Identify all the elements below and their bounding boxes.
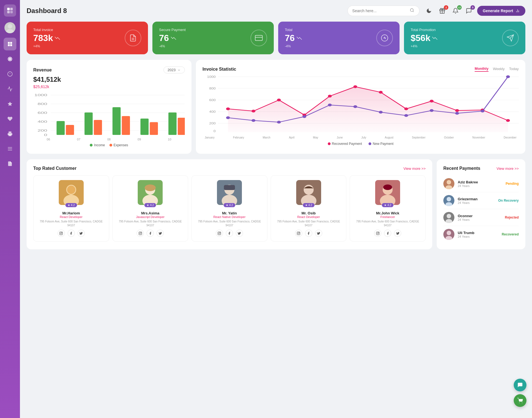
facebook-icon-4[interactable] [384, 230, 391, 237]
payment-name-3: Uli Trumb [458, 231, 498, 235]
legend-expenses: Expenses [109, 143, 128, 147]
svg-point-111 [304, 185, 314, 195]
theme-toggle[interactable] [424, 6, 434, 16]
revenue-secondary: $25,612k [33, 84, 185, 89]
chat-icon-btn[interactable]: 5 [464, 6, 474, 16]
svg-point-99 [145, 184, 156, 191]
customer-address-2: 795 Folsom Ave, Suite 600 San Francisco,… [195, 220, 264, 227]
svg-text:600: 600 [37, 111, 47, 114]
stat-card-payment[interactable]: Secure Payment 76 -4% [152, 22, 274, 54]
svg-rect-50 [150, 122, 158, 135]
svg-point-82 [353, 105, 357, 108]
sidebar-item-documents[interactable] [4, 157, 16, 170]
bell-icon-btn[interactable]: 12 [451, 6, 461, 16]
instagram-icon-1[interactable] [137, 230, 144, 237]
svg-text:400: 400 [209, 110, 216, 114]
stat-change-promotion: +4% [411, 44, 438, 48]
svg-rect-7 [10, 42, 12, 44]
tab-monthly[interactable]: Monthly [475, 66, 488, 72]
stat-card-total[interactable]: Total 76 -4% [278, 22, 400, 54]
svg-text:600: 600 [209, 99, 216, 102]
stat-card-promotion[interactable]: Total Promotion $56k +4% [404, 22, 525, 54]
sidebar-item-analytics[interactable] [4, 83, 16, 95]
stat-card-invoice[interactable]: Total invoice 783k +4% [27, 22, 148, 54]
payment-info-2: Oconner 24 Years [458, 214, 502, 221]
instagram-icon-0[interactable] [58, 230, 65, 237]
facebook-icon-2[interactable] [226, 230, 233, 237]
gift-icon-btn[interactable]: 2 [437, 6, 447, 16]
sidebar-item-print[interactable] [4, 127, 16, 140]
svg-text:0: 0 [213, 130, 216, 133]
svg-rect-106 [224, 185, 235, 190]
generate-report-button[interactable]: Generate Report [477, 6, 525, 16]
instagram-icon-3[interactable] [295, 230, 302, 237]
tab-weekly[interactable]: Weekly [493, 67, 505, 71]
customer-photo-2: ★ 4.2 [217, 180, 242, 205]
invoice-x-labels: JanuaryFebruaryMarchApril MayJuneJulyAug… [203, 136, 519, 139]
svg-text:1000: 1000 [207, 75, 216, 79]
search-input[interactable] [352, 9, 408, 13]
customers-title: Top Rated Customer [33, 166, 76, 171]
sidebar [0, 0, 20, 418]
revenue-amount: $41,512k [33, 76, 185, 83]
rating-badge-2: ★ 4.2 [224, 203, 235, 207]
bell-badge: 12 [457, 5, 462, 10]
customer-address-4: 795 Folsom Ave, Suite 600 San Francisco,… [353, 220, 422, 227]
customers-grid: ★ 4.2 Mr.Hariom React Developer 795 Fols… [33, 175, 426, 242]
svg-point-5 [6, 29, 14, 33]
customer-photo-3: ★ 4.2 [296, 180, 321, 205]
facebook-icon-0[interactable] [68, 230, 75, 237]
sidebar-item-favorites[interactable] [4, 98, 16, 110]
facebook-icon-3[interactable] [305, 230, 312, 237]
twitter-icon-0[interactable] [78, 230, 85, 237]
instagram-icon-4[interactable] [374, 230, 381, 237]
twitter-icon-2[interactable] [236, 230, 243, 237]
new-payment-label: New Payment [373, 142, 393, 146]
search-bar [347, 6, 420, 16]
sidebar-logo[interactable] [4, 4, 16, 17]
sidebar-item-settings[interactable] [4, 53, 16, 65]
customers-card: Top Rated Customer View more >> [27, 159, 432, 249]
sidebar-item-dashboard[interactable] [4, 38, 16, 50]
rating-badge-0: ★ 4.2 [65, 203, 77, 207]
sidebar-item-info[interactable] [4, 68, 16, 80]
revenue-x-labels: 0607080910 [33, 138, 185, 141]
customers-view-more[interactable]: View more >> [403, 166, 426, 171]
customer-name-0: Mr.Hariom [62, 211, 80, 215]
customer-role-0: React Developer [60, 215, 83, 219]
year-selector[interactable]: 2023 [163, 66, 185, 73]
tab-today[interactable]: Today [509, 67, 519, 71]
svg-rect-44 [66, 125, 74, 135]
sidebar-item-likes[interactable] [4, 112, 16, 125]
svg-point-127 [447, 197, 451, 201]
rating-badge-3: ★ 4.2 [303, 203, 314, 207]
avatar[interactable] [4, 22, 16, 33]
svg-point-81 [328, 104, 332, 106]
svg-rect-100 [139, 232, 142, 235]
instagram-icon-2[interactable] [216, 230, 223, 237]
svg-point-74 [455, 109, 459, 112]
payment-age-2: 24 Years [458, 218, 502, 221]
sidebar-item-menu[interactable] [4, 142, 16, 155]
float-cart-button[interactable] [514, 394, 526, 407]
stat-icon-total [376, 30, 393, 46]
customer-card-0: ★ 4.2 Mr.Hariom React Developer 795 Fols… [33, 175, 109, 242]
revenue-legend: Income Expenses [33, 143, 185, 147]
svg-point-65 [226, 107, 230, 110]
customer-socials-2 [216, 230, 243, 237]
facebook-icon-1[interactable] [147, 230, 154, 237]
payments-view-more[interactable]: View more >> [497, 166, 519, 171]
svg-point-66 [251, 110, 255, 112]
generate-report-label: Generate Report [483, 9, 513, 13]
customer-name-1: Mrs.Asima [141, 211, 160, 215]
twitter-icon-3[interactable] [315, 230, 322, 237]
payment-item-1: Griezerman 24 Years On Recovery [443, 192, 519, 209]
svg-point-101 [140, 232, 141, 234]
payment-info-3: Uli Trumb 24 Years [458, 231, 498, 238]
float-support-button[interactable] [514, 379, 526, 391]
twitter-icon-4[interactable] [394, 230, 401, 237]
svg-text:400: 400 [37, 120, 47, 123]
twitter-icon-1[interactable] [157, 230, 164, 237]
svg-rect-3 [10, 11, 13, 13]
svg-text:200: 200 [209, 122, 216, 125]
